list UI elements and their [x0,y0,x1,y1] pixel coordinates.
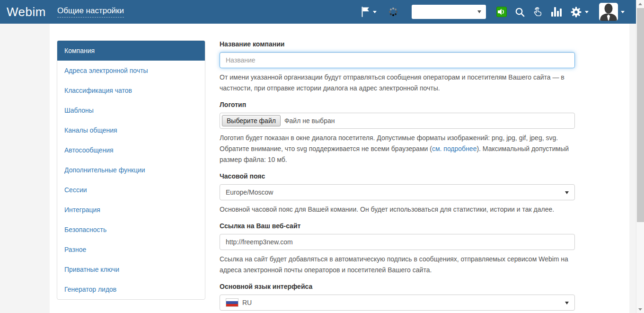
bar-chart-icon [551,12,553,17]
search-icon [514,7,525,18]
sidebar-item[interactable]: Каналы общения [57,120,205,140]
sidebar-item[interactable]: Классификация чатов [57,80,205,100]
sidebar-item[interactable]: Шаблоны [57,100,205,120]
page-title[interactable]: Общие настройки [57,6,124,18]
company-name-label: Название компании [220,40,575,48]
gear-icon [570,6,582,18]
sidebar-item[interactable]: Автосообщения [57,140,205,160]
sidebar-item[interactable]: Сессии [57,180,205,200]
settings-menu-button[interactable] [570,6,589,18]
language-label: Основной язык интерфейса [220,283,575,290]
see-more-link[interactable]: см. подробнее [432,145,477,152]
content-card: КомпанияАдреса электронной почтыКлассифи… [50,24,629,313]
settings-form: Название компании От имени указанной орг… [220,40,575,313]
flag-icon [361,6,370,18]
search-button[interactable] [514,7,525,18]
sound-toggle-button[interactable] [496,7,507,17]
chevron-down-icon [585,11,589,15]
company-name-input[interactable] [220,52,575,68]
sidebar-item[interactable]: Дополнительные функции [57,160,205,180]
scrollbar-thumb[interactable] [637,8,644,222]
scroll-up-button[interactable] [636,0,644,8]
chevron-down-icon [373,11,377,15]
company-name-help: От имени указанной организации будут отп… [220,72,575,94]
sidebar-item[interactable]: Адреса электронной почты [57,61,205,80]
timezone-select[interactable]: Europe/Moscow [220,184,575,200]
arrow-up-icon [638,1,642,5]
volume-on-icon [497,8,506,16]
tracking-button[interactable] [533,7,544,18]
language-value: RU [242,299,252,306]
logo-label: Логотип [220,101,575,108]
page-scrollbar[interactable] [636,0,644,313]
sidebar-item[interactable]: Приватные ключи [57,259,205,279]
touch-pointer-icon [533,7,544,18]
navbar-actions [361,3,636,21]
logo-file-input[interactable]: Выберите файл Файл не выбран [220,113,575,129]
timezone-label: Часовой пояс [220,172,575,180]
chevron-down-icon [565,191,569,196]
chevron-down-icon [621,11,625,15]
file-status: Файл не выбран [284,117,335,125]
sidebar-item[interactable]: Генератор лидов [57,279,205,299]
website-help: Ссылка на сайт будет добавляться в автом… [220,254,575,276]
quick-search-select[interactable] [412,5,486,19]
timezone-value: Europe/Moscow [226,188,273,196]
sidebar-item[interactable]: Интеграция [57,200,205,220]
settings-sidebar: КомпанияАдреса электронной почтыКлассифи… [57,40,205,300]
language-select[interactable]: RU [220,295,575,311]
loading-spinner [389,8,397,16]
chevron-down-icon [565,302,569,306]
timezone-help: Основной часовой пояс для Вашей комании.… [220,204,575,215]
russia-flag-icon [226,298,238,307]
avatar [599,3,618,21]
sidebar-item[interactable]: Безопасность [57,220,205,240]
arrow-down-icon [638,308,642,313]
top-navbar: Webim Общие настройки [0,0,636,24]
sidebar-item[interactable]: Разное [57,240,205,259]
chevron-down-icon [477,10,481,15]
profile-menu-button[interactable] [599,3,625,21]
flag-menu-button[interactable] [361,6,377,18]
scroll-down-button[interactable] [636,305,644,313]
logo-help: Логотип будет показан в окне диалога пос… [220,133,575,165]
website-label: Ссылка на Ваш веб-сайт [220,222,575,230]
statistics-button[interactable] [551,7,563,17]
website-input[interactable] [220,234,575,250]
user-silhouette-icon [599,3,618,21]
webim-logo[interactable]: Webim [0,5,46,19]
choose-file-button[interactable]: Выберите файл [222,115,281,126]
sidebar-item[interactable]: Компания [57,41,205,61]
